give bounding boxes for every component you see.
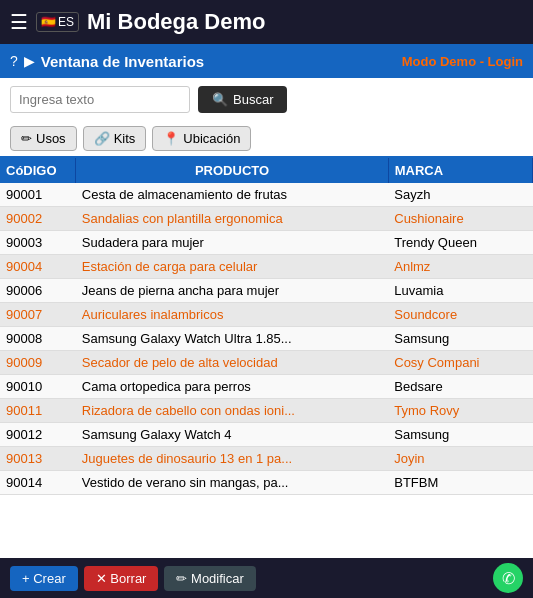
footer-buttons: + Crear ✕ Borrar ✏ Modificar: [10, 566, 256, 591]
col-header-code: CóDIGO: [0, 158, 76, 183]
cell-brand: Joyin: [388, 447, 532, 471]
table-row[interactable]: 90003Sudadera para mujerTrendy Queen: [0, 231, 533, 255]
cell-code: 90010: [0, 375, 76, 399]
modificar-button[interactable]: ✏ Modificar: [164, 566, 255, 591]
cell-brand: Cosy Compani: [388, 351, 532, 375]
help-icon[interactable]: ?: [10, 53, 18, 69]
cell-brand: BTFBM: [388, 471, 532, 495]
whatsapp-icon: ✆: [502, 569, 515, 588]
lang-label: ES: [58, 15, 74, 29]
tab-usos[interactable]: ✏Usos: [10, 126, 77, 151]
table-row[interactable]: 90013Juguetes de dinosaurio 13 en 1 pa..…: [0, 447, 533, 471]
cell-product: Cama ortopedica para perros: [76, 375, 388, 399]
breadcrumb-left: ? ▶ Ventana de Inventarios: [10, 53, 204, 70]
cell-code: 90002: [0, 207, 76, 231]
cell-product: Cesta de almacenamiento de frutas: [76, 183, 388, 207]
cell-code: 90009: [0, 351, 76, 375]
cell-product: Vestido de verano sin mangas, pa...: [76, 471, 388, 495]
breadcrumb: ? ▶ Ventana de Inventarios Modo Demo - L…: [0, 44, 533, 78]
cell-code: 90001: [0, 183, 76, 207]
col-header-product: PRODUCTO: [76, 158, 388, 183]
table-row[interactable]: 90008Samsung Galaxy Watch Ultra 1.85...S…: [0, 327, 533, 351]
table-row[interactable]: 90001Cesta de almacenamiento de frutasSa…: [0, 183, 533, 207]
cell-code: 90007: [0, 303, 76, 327]
table-row[interactable]: 90006Jeans de pierna ancha para mujerLuv…: [0, 279, 533, 303]
tab-ubicación[interactable]: 📍Ubicación: [152, 126, 251, 151]
cell-brand: Tymo Rovy: [388, 399, 532, 423]
app-title: Mi Bodega Demo: [87, 9, 265, 35]
cell-product: Sudadera para mujer: [76, 231, 388, 255]
cell-brand: Sayzh: [388, 183, 532, 207]
tab-icon-2: 📍: [163, 131, 179, 146]
table-row[interactable]: 90010Cama ortopedica para perrosBedsare: [0, 375, 533, 399]
cell-code: 90014: [0, 471, 76, 495]
tab-label-2: Ubicación: [183, 131, 240, 146]
table-row[interactable]: 90012Samsung Galaxy Watch 4Samsung: [0, 423, 533, 447]
borrar-button[interactable]: ✕ Borrar: [84, 566, 159, 591]
table-row[interactable]: 90007Auriculares inalambricosSoundcore: [0, 303, 533, 327]
breadcrumb-arrow: ▶: [24, 53, 35, 69]
search-button-label: Buscar: [233, 92, 273, 107]
crear-button[interactable]: + Crear: [10, 566, 78, 591]
cell-code: 90008: [0, 327, 76, 351]
hamburger-icon[interactable]: ☰: [10, 10, 28, 34]
tab-label-0: Usos: [36, 131, 66, 146]
breadcrumb-text: Ventana de Inventarios: [41, 53, 204, 70]
app-header: ☰ 🇪🇸 ES Mi Bodega Demo: [0, 0, 533, 44]
cell-product: Rizadora de cabello con ondas ioni...: [76, 399, 388, 423]
cell-product: Samsung Galaxy Watch 4: [76, 423, 388, 447]
cell-product: Samsung Galaxy Watch Ultra 1.85...: [76, 327, 388, 351]
tab-icon-0: ✏: [21, 131, 32, 146]
footer: + Crear ✕ Borrar ✏ Modificar ✆: [0, 558, 533, 598]
tabs-bar: ✏Usos🔗Kits📍Ubicación: [0, 120, 533, 156]
cell-code: 90004: [0, 255, 76, 279]
cell-product: Jeans de pierna ancha para mujer: [76, 279, 388, 303]
cell-brand: Bedsare: [388, 375, 532, 399]
cell-code: 90006: [0, 279, 76, 303]
cell-code: 90013: [0, 447, 76, 471]
cell-product: Juguetes de dinosaurio 13 en 1 pa...: [76, 447, 388, 471]
inventory-table-container[interactable]: CóDIGO PRODUCTO MARCA 90001Cesta de alma…: [0, 156, 533, 558]
search-button[interactable]: 🔍 Buscar: [198, 86, 287, 113]
table-row[interactable]: 90004Estación de carga para celularAnlmz: [0, 255, 533, 279]
cell-brand: Cushionaire: [388, 207, 532, 231]
cell-brand: Samsung: [388, 423, 532, 447]
search-icon: 🔍: [212, 92, 228, 107]
tab-label-1: Kits: [114, 131, 136, 146]
search-input[interactable]: [10, 86, 190, 113]
cell-code: 90011: [0, 399, 76, 423]
whatsapp-button[interactable]: ✆: [493, 563, 523, 593]
table-row[interactable]: 90011Rizadora de cabello con ondas ioni.…: [0, 399, 533, 423]
table-row[interactable]: 90002Sandalias con plantilla ergonomicaC…: [0, 207, 533, 231]
cell-product: Secador de pelo de alta velocidad: [76, 351, 388, 375]
table-row[interactable]: 90009Secador de pelo de alta velocidadCo…: [0, 351, 533, 375]
language-button[interactable]: 🇪🇸 ES: [36, 12, 79, 32]
cell-brand: Samsung: [388, 327, 532, 351]
table-row[interactable]: 90014Vestido de verano sin mangas, pa...…: [0, 471, 533, 495]
cell-product: Auriculares inalambricos: [76, 303, 388, 327]
cell-brand: Soundcore: [388, 303, 532, 327]
cell-code: 90012: [0, 423, 76, 447]
cell-product: Sandalias con plantilla ergonomica: [76, 207, 388, 231]
flag-emoji: 🇪🇸: [41, 15, 56, 29]
tab-kits[interactable]: 🔗Kits: [83, 126, 147, 151]
cell-brand: Luvamia: [388, 279, 532, 303]
col-header-brand: MARCA: [388, 158, 532, 183]
cell-product: Estación de carga para celular: [76, 255, 388, 279]
tab-icon-1: 🔗: [94, 131, 110, 146]
cell-brand: Trendy Queen: [388, 231, 532, 255]
search-bar: 🔍 Buscar: [0, 78, 533, 120]
cell-code: 90003: [0, 231, 76, 255]
cell-brand: Anlmz: [388, 255, 532, 279]
inventory-table: CóDIGO PRODUCTO MARCA 90001Cesta de alma…: [0, 158, 533, 495]
demo-login-label: Modo Demo - Login: [402, 54, 523, 69]
